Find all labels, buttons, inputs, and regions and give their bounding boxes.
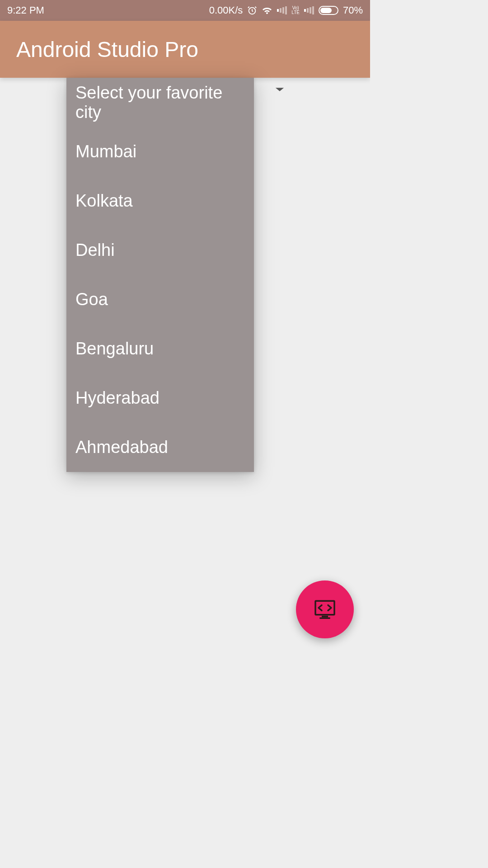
volte-icon: Vo)LTE (291, 6, 300, 15)
signal-icon-2 (304, 6, 314, 14)
signal-icon-1 (277, 6, 287, 14)
battery-percent: 70% (343, 5, 363, 16)
spinner-arrow[interactable] (275, 86, 285, 94)
dropdown-item-label: Mumbai (75, 142, 136, 161)
dropdown-item-label: Delhi (75, 241, 115, 260)
dropdown-item-placeholder[interactable]: Select your favorite city (66, 78, 254, 127)
dropdown-item-label: Ahmedabad (75, 438, 168, 457)
dropdown-item-delhi[interactable]: Delhi (66, 226, 254, 275)
dropdown-item-bengaluru[interactable]: Bengaluru (66, 324, 254, 373)
status-bar: 9:22 PM 0.00K/s Vo)LTE 70% (0, 0, 370, 21)
svg-rect-3 (319, 618, 330, 619)
dropdown-item-kolkata[interactable]: Kolkata (66, 176, 254, 226)
app-title: Android Studio Pro (16, 37, 198, 62)
city-dropdown[interactable]: Select your favorite city Mumbai Kolkata… (66, 78, 254, 472)
dropdown-item-label: Select your favorite city (75, 83, 245, 122)
status-time: 9:22 PM (7, 5, 44, 16)
network-speed: 0.00K/s (209, 5, 243, 16)
fab-button[interactable] (296, 580, 354, 638)
svg-rect-2 (322, 616, 328, 618)
alarm-icon (247, 5, 257, 15)
content-area: city Select your favorite city Mumbai Ko… (0, 78, 370, 658)
time-label: 9:22 PM (7, 5, 44, 16)
dropdown-item-label: Hyderabad (75, 388, 160, 408)
dropdown-item-goa[interactable]: Goa (66, 275, 254, 324)
dropdown-item-label: Kolkata (75, 191, 133, 211)
battery-icon (319, 6, 338, 15)
wifi-icon (262, 5, 272, 16)
dropdown-item-label: Bengaluru (75, 339, 154, 359)
dropdown-item-mumbai[interactable]: Mumbai (66, 127, 254, 176)
monitor-code-icon (312, 597, 338, 622)
app-bar: Android Studio Pro (0, 21, 370, 78)
status-icons: 0.00K/s Vo)LTE 70% (209, 5, 363, 16)
dropdown-item-ahmedabad[interactable]: Ahmedabad (66, 423, 254, 472)
dropdown-item-label: Goa (75, 290, 108, 309)
dropdown-item-hyderabad[interactable]: Hyderabad (66, 373, 254, 423)
chevron-down-icon (275, 87, 285, 92)
